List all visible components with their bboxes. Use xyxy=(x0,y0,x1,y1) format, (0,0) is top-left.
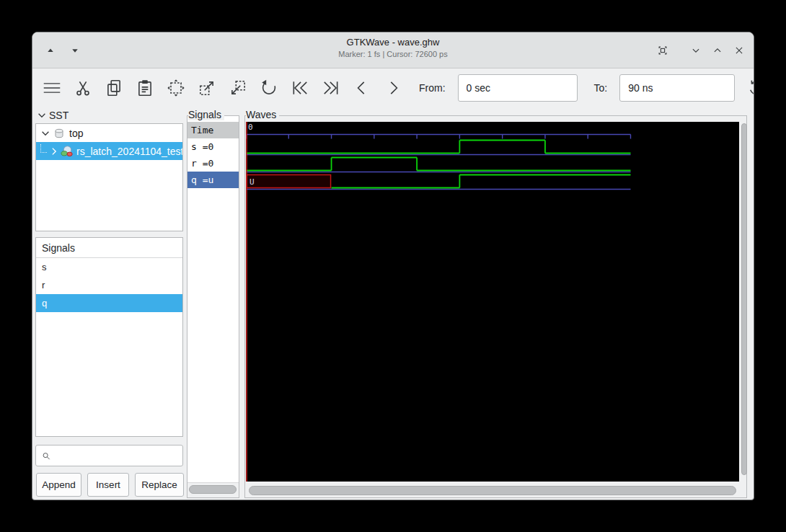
chevron-down-icon xyxy=(40,128,50,138)
to-input[interactable] xyxy=(619,74,735,102)
tree-item-testbench[interactable]: rs_latch_20241104_testb xyxy=(36,142,182,160)
fullscreen-icon[interactable] xyxy=(655,43,671,58)
wave-name-row-s[interactable]: s =0 xyxy=(187,138,239,155)
from-input[interactable] xyxy=(458,74,578,102)
wave-name-row-q[interactable]: q =u xyxy=(187,172,239,188)
waveform-plot: U0 xyxy=(246,122,739,482)
copy-icon[interactable] xyxy=(105,79,123,97)
cut-icon[interactable] xyxy=(74,79,92,97)
signals-panel-title: Signals xyxy=(36,238,182,258)
signal-search-box[interactable] xyxy=(35,445,183,466)
search-icon xyxy=(41,450,51,462)
zoom-out-icon[interactable] xyxy=(229,79,247,97)
waves-vscroll-thumb[interactable] xyxy=(741,123,747,475)
keep-above-icon[interactable] xyxy=(43,43,58,58)
wave-names-hscrollbar xyxy=(187,482,239,497)
undo-icon[interactable] xyxy=(260,79,278,97)
signal-list-item-r[interactable]: r xyxy=(36,276,182,294)
sst-tree: top rs_latch_20241104_testb xyxy=(35,123,183,231)
paste-icon[interactable] xyxy=(136,79,154,97)
wave-name-row-r[interactable]: r =0 xyxy=(187,155,239,172)
marker-cursor-status: Marker: 1 fs | Cursor: 72600 ps xyxy=(32,50,754,58)
go-to-start-icon[interactable] xyxy=(291,79,309,97)
sst-header[interactable]: SST xyxy=(37,110,69,121)
signal-list-item-q[interactable]: q xyxy=(36,294,182,312)
signal-search-panel: Signals s r q xyxy=(35,237,183,437)
close-icon[interactable] xyxy=(731,43,747,58)
step-left-icon[interactable] xyxy=(353,79,371,97)
step-right-icon[interactable] xyxy=(384,79,402,97)
svg-text:U: U xyxy=(250,177,255,187)
maximize-icon[interactable] xyxy=(710,43,725,58)
time-header: Time xyxy=(187,122,239,138)
signal-list-item-s[interactable]: s xyxy=(36,258,182,276)
waves-hscroll-thumb[interactable] xyxy=(249,486,736,495)
reload-icon[interactable] xyxy=(747,79,754,97)
search-input[interactable] xyxy=(56,451,182,461)
titlebar: GTKWave - wave.ghw Marker: 1 fs | Cursor… xyxy=(32,32,754,68)
replace-button[interactable]: Replace xyxy=(135,473,184,497)
insert-button[interactable]: Insert xyxy=(87,473,129,497)
zoom-in-icon[interactable] xyxy=(198,79,216,97)
chevron-right-icon xyxy=(49,146,59,156)
tree-item-label: top xyxy=(69,128,83,139)
cylinder-icon xyxy=(53,128,65,139)
keep-below-icon[interactable] xyxy=(67,43,83,58)
waves-title: Waves xyxy=(246,109,279,120)
tree-item-label: rs_latch_20241104_testb xyxy=(76,146,182,157)
tree-connector xyxy=(40,144,47,153)
wave-canvas[interactable]: U0 xyxy=(246,122,739,482)
minimize-icon[interactable] xyxy=(688,43,704,58)
wave-names-hscroll-thumb[interactable] xyxy=(189,485,237,494)
append-button[interactable]: Append xyxy=(36,473,81,497)
from-label: From: xyxy=(419,82,446,94)
svg-text:0: 0 xyxy=(248,123,253,132)
tree-item-top[interactable]: top xyxy=(36,124,182,142)
module-icon xyxy=(61,145,74,158)
toolbar: From: To: xyxy=(32,68,754,107)
sst-header-label: SST xyxy=(49,110,69,121)
zoom-fit-icon[interactable] xyxy=(167,79,185,97)
wave-names-panel: Time s =0 r =0 q =u xyxy=(187,115,239,498)
chevron-down-icon xyxy=(37,110,47,120)
wave-names-title: Signals xyxy=(188,109,224,120)
gtkwave-window: GTKWave - wave.ghw Marker: 1 fs | Cursor… xyxy=(32,32,754,500)
go-to-end-icon[interactable] xyxy=(322,79,340,97)
window-title: GTKWave - wave.ghw xyxy=(32,37,754,48)
menu-icon[interactable] xyxy=(43,79,61,97)
waves-panel: U0 xyxy=(244,115,747,498)
to-label: To: xyxy=(594,82,608,94)
